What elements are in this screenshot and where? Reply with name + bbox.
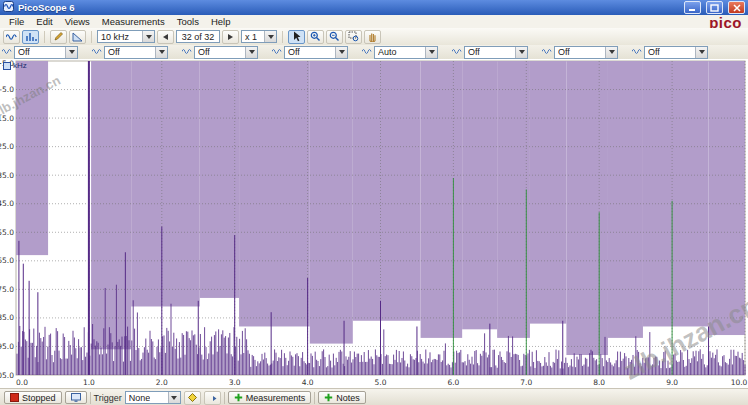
status-separator [314,392,315,404]
chevron-down-icon[interactable] [605,47,617,58]
notes-button[interactable]: Notes [318,391,366,404]
trigger-label: Trigger [94,393,122,403]
x-axis-labels: 0.01.02.03.04.05.06.07.08.09.010.0 [16,378,748,387]
channel-waveform-icon [272,47,282,58]
chevron-down-icon[interactable] [264,31,276,42]
svg-text:-85.0: -85.0 [0,313,14,322]
chevron-down-icon[interactable] [168,392,180,403]
mask-tool-button[interactable] [69,30,86,44]
channel-b-group: Off [92,46,182,59]
zoom-in-icon [310,31,321,42]
channel-f-range-select[interactable]: Off [464,46,528,59]
trigger-advanced-button[interactable] [204,391,221,405]
channels-toolbar: OffOffOffOffAutoOffOffOff [0,45,748,60]
spectrum-view-button[interactable] [22,30,39,44]
chevron-down-icon[interactable] [695,47,707,58]
axis-unit-icon [3,62,11,70]
svg-text:0.0: 0.0 [16,378,28,387]
toolbar-separator [91,31,92,43]
buffer-position: 32 of 32 [176,30,220,43]
menu-item-help[interactable]: Help [205,16,237,27]
toolbar-separator [282,31,283,43]
x-axis-unit-chip[interactable]: kHz [3,61,27,70]
run-stop-button[interactable]: Stopped [4,391,62,404]
menu-item-tools[interactable]: Tools [171,16,205,27]
zoom-in-tool-button[interactable] [307,30,324,44]
zoom-level-select[interactable]: x 1 [241,30,277,43]
channel-waveform-icon [182,47,192,58]
marquee-zoom-icon [348,31,359,42]
trigger-diamond-icon [188,393,197,402]
menu-item-views[interactable]: Views [59,16,96,27]
chevron-down-icon[interactable] [245,47,257,58]
capture-overview-button[interactable] [65,391,87,404]
picoscope-window: PicoScope 6 FileEditViewsMeasurementsToo… [0,0,748,405]
app-icon [3,1,14,14]
menu-item-file[interactable]: File [3,16,30,27]
chevron-down-icon[interactable] [142,31,154,42]
chevron-down-icon[interactable] [155,47,167,58]
channel-d-group: Off [272,46,362,59]
trigger-marker-button[interactable] [184,391,201,405]
svg-text:8.0: 8.0 [593,378,605,387]
svg-text:1.0: 1.0 [83,378,95,387]
menu-bar: FileEditViewsMeasurementsToolsHelppico [0,15,748,29]
arrow-right-icon [228,34,233,40]
zoom-window-tool-button[interactable] [345,30,362,44]
buffer-previous-button[interactable] [157,30,174,44]
channel-c-range-select[interactable]: Off [194,46,258,59]
menu-item-edit[interactable]: Edit [30,16,58,27]
channel-h-group: Off [632,46,722,59]
svg-text:2.0: 2.0 [156,378,168,387]
menu-item-measurements[interactable]: Measurements [96,16,171,27]
chevron-down-icon[interactable] [425,47,437,58]
annotate-button[interactable] [50,30,67,44]
minimize-button[interactable] [684,1,701,14]
channel-waveform-icon [632,47,642,58]
channel-g-group: Off [542,46,632,59]
channel-d-range-select[interactable]: Off [284,46,348,59]
frequency-range-select[interactable]: 10 kHz [97,30,155,43]
main-toolbar: 10 kHz 32 of 32 x 1 [0,28,748,46]
svg-text:-75.0: -75.0 [0,285,14,294]
hand-icon [367,31,378,42]
channel-e-range-select[interactable]: Auto [374,46,438,59]
close-button[interactable] [728,1,745,14]
svg-text:10.0: 10.0 [731,378,748,387]
zoom-out-tool-button[interactable] [326,30,343,44]
channel-e-group: Auto [362,46,452,59]
svg-text:4.0: 4.0 [302,378,314,387]
pan-tool-button[interactable] [364,30,381,44]
add-measurement-button[interactable]: Measurements [228,391,312,404]
svg-text:-65.0: -65.0 [0,256,14,265]
green-plus-icon [234,393,243,402]
status-separator [90,392,91,404]
channel-h-range-select[interactable]: Off [644,46,708,59]
maximize-button[interactable] [706,1,723,14]
channel-f-group: Off [452,46,542,59]
window-title: PicoScope 6 [18,2,679,13]
waveform-icon [6,32,18,42]
channel-b-range-select[interactable]: Off [104,46,168,59]
svg-text:6.0: 6.0 [447,378,459,387]
channel-g-range-select[interactable]: Off [554,46,618,59]
pointer-tool-button[interactable] [288,30,305,44]
buffer-next-button[interactable] [222,30,239,44]
chevron-down-icon[interactable] [65,47,77,58]
cursor-icon [292,31,301,42]
svg-text:-25.0: -25.0 [0,142,14,151]
svg-text:-105.0: -105.0 [0,371,14,380]
zoom-out-icon [329,31,340,42]
chevron-down-icon[interactable] [335,47,347,58]
channel-waveform-icon [2,47,12,58]
arrow-left-icon [163,34,168,40]
spectrum-canvas[interactable]: +5.0-5.0-15.0-25.0-35.0-45.0-55.0-65.0-7… [0,59,748,388]
chevron-down-icon[interactable] [515,47,527,58]
channel-waveform-icon [92,47,102,58]
channel-a-range-select[interactable]: Off [14,46,78,59]
stop-icon [10,393,19,402]
pencil-icon [53,31,64,42]
trigger-mode-select[interactable]: None [125,391,181,404]
scope-view-button[interactable] [3,30,20,44]
spectrum-view: kHz zlb.jhzan.cn zlb.jhzan.cn +5.0-5.0-1… [0,59,748,388]
